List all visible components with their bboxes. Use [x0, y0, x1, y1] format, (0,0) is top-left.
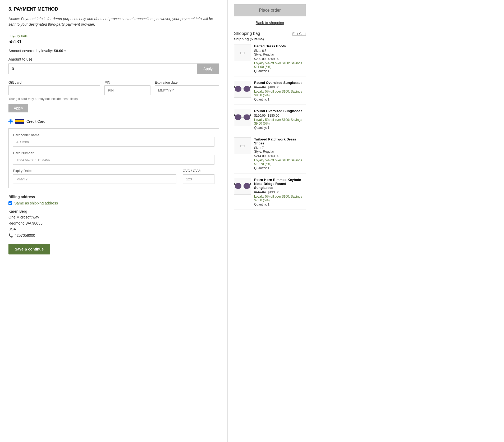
- item-name: Tailored Patchwork Dress Shoes: [254, 137, 306, 145]
- svg-rect-5: [235, 114, 241, 120]
- cart-item: Round Oversized Sunglasses $190.00 $180.…: [234, 109, 306, 133]
- svg-rect-1: [244, 86, 250, 92]
- cart-item: Round Oversized Sunglasses $190.00 $180.…: [234, 81, 306, 105]
- loyalty-label: Loyalty card: [8, 34, 219, 38]
- item-size: Size: 6.5: [254, 49, 306, 53]
- back-to-shopping-link[interactable]: Back to shopping: [256, 21, 284, 25]
- price-original: $190.00: [254, 114, 265, 117]
- shopping-bag-title: Shopping bag: [234, 31, 260, 36]
- loyalty-number: 55131: [8, 39, 219, 44]
- expiration-input[interactable]: [155, 85, 219, 95]
- svg-line-14: [250, 183, 251, 185]
- same-as-shipping-label: Same as shipping address: [14, 201, 58, 205]
- item-image: ▭: [234, 137, 251, 154]
- loyalty-card-section: Loyalty card 55131 Amount covered by loy…: [8, 34, 219, 74]
- amount-to-use-input[interactable]: [8, 63, 197, 74]
- save-continue-button[interactable]: Save & continue: [8, 244, 50, 254]
- svg-line-13: [234, 183, 235, 185]
- cart-item: Retro Horn Rimmed Keyhole Nose Bridge Ro…: [234, 178, 306, 210]
- cardholder-label: Cardholder name:: [13, 133, 40, 137]
- billing-phone: 4257058000: [15, 233, 35, 238]
- price-sale: $180.50: [268, 85, 279, 89]
- item-details: Retro Horn Rimmed Keyhole Nose Bridge Ro…: [254, 178, 306, 206]
- same-as-shipping-checkbox[interactable]: [8, 201, 12, 205]
- credit-card-radio[interactable]: [8, 119, 13, 124]
- sidebar: Place order Back to shopping Shopping ba…: [227, 0, 312, 442]
- svg-rect-0: [235, 86, 241, 92]
- cvv-input[interactable]: [183, 174, 214, 184]
- billing-address-line1: One Microsoft way: [8, 214, 219, 220]
- item-name: Round Oversized Sunglasses: [254, 81, 306, 85]
- credit-card-icon: [15, 119, 24, 124]
- edit-cart-link[interactable]: Edit Cart: [292, 32, 306, 36]
- amount-to-use-label: Amount to use: [8, 57, 219, 61]
- loyalty-apply-button[interactable]: Apply: [197, 63, 219, 74]
- card-number-input[interactable]: [13, 155, 214, 165]
- item-image: [234, 81, 251, 98]
- place-order-button[interactable]: Place order: [234, 4, 306, 16]
- gift-card-apply-button[interactable]: Apply: [8, 104, 28, 112]
- billing-address-line2: Redmond WA 98055: [8, 220, 219, 226]
- back-to-shopping: Back to shopping: [234, 21, 306, 25]
- expiry-label: Expiry Date:: [13, 169, 176, 173]
- expiration-label: Expiration date: [155, 80, 219, 84]
- item-qty: Quantity: 1: [254, 126, 306, 130]
- credit-card-label: Credit Card: [26, 119, 45, 124]
- gift-card-input[interactable]: [8, 85, 100, 95]
- price-sale: $203.30: [268, 154, 279, 158]
- pin-input[interactable]: [104, 85, 150, 95]
- amount-covered-dropdown[interactable]: ▾: [64, 49, 66, 53]
- price-row: $214.00 $203.30: [254, 154, 306, 158]
- price-sale: $133.00: [268, 190, 279, 194]
- price-original: $220.00: [254, 57, 265, 61]
- notice-text: Notice: Payment info is for demo purpose…: [8, 16, 219, 27]
- item-name: Retro Horn Rimmed Keyhole Nose Bridge Ro…: [254, 178, 306, 190]
- svg-rect-6: [244, 114, 250, 120]
- item-image: [234, 178, 251, 195]
- loyalty-savings: Loyalty 5% off over $100: Savings $7.00 …: [254, 195, 306, 202]
- billing-country: USA: [8, 226, 219, 232]
- card-number-label: Card Number:: [13, 151, 35, 155]
- price-original: $140.00: [254, 190, 265, 194]
- item-image: ▭: [234, 44, 251, 61]
- item-image: [234, 109, 251, 126]
- item-details: Belted Dress Boots Size: 6.5 Style: Regu…: [254, 44, 306, 73]
- cart-item: ▭ Tailored Patchwork Dress Shoes Size: 7…: [234, 137, 306, 174]
- amount-covered: Amount covered by loyalty: $0.00 ▾: [8, 49, 219, 53]
- image-placeholder-icon: ▭: [240, 142, 245, 149]
- shipping-label: Shipping (5 items): [234, 37, 306, 41]
- item-qty: Quantity: 1: [254, 69, 306, 73]
- price-sale: $209.00: [268, 57, 279, 61]
- price-row: $140.00 $133.00: [254, 190, 306, 194]
- billing-phone-row: 📞 4257058000: [8, 233, 219, 238]
- item-style: Style: Regular: [254, 53, 306, 56]
- item-qty: Quantity: 1: [254, 166, 306, 170]
- credit-card-form-scrollable[interactable]: Cardholder name: Card Number: Expiry Dat…: [9, 129, 219, 188]
- svg-line-8: [234, 114, 235, 116]
- cart-items-container: ▭ Belted Dress Boots Size: 6.5 Style: Re…: [234, 44, 306, 210]
- item-qty: Quantity: 1: [254, 98, 306, 101]
- expiry-input[interactable]: [13, 174, 176, 184]
- loyalty-savings: Loyalty 5% off over $100: Savings $11.00…: [254, 61, 306, 69]
- billing-address: Karen Berg One Microsoft way Redmond WA …: [8, 208, 219, 232]
- price-sale: $180.50: [268, 114, 279, 117]
- loyalty-savings: Loyalty 5% off over $100: Savings $9.50 …: [254, 90, 306, 97]
- cardholder-input[interactable]: [13, 137, 214, 147]
- price-row: $220.00 $209.00: [254, 57, 306, 61]
- item-details: Tailored Patchwork Dress Shoes Size: 7 S…: [254, 137, 306, 170]
- item-qty: Quantity: 1: [254, 203, 306, 206]
- item-size: Size: 7: [254, 146, 306, 150]
- cvv-label: CVC / CVV:: [183, 169, 214, 173]
- section-title: 3. PAYMENT METHOD: [8, 6, 219, 12]
- shopping-bag-header: Shopping bag Edit Cart: [234, 31, 306, 36]
- item-name: Belted Dress Boots: [254, 44, 306, 48]
- billing-name: Karen Berg: [8, 208, 219, 214]
- credit-card-form: Cardholder name: Card Number: Expiry Dat…: [8, 128, 219, 188]
- item-style: Style: Regular: [254, 150, 306, 153]
- price-row: $190.00 $180.50: [254, 114, 306, 117]
- billing-title: Billing address: [8, 195, 219, 199]
- pin-label: PIN: [104, 80, 150, 84]
- price-row: $190.00 $180.50: [254, 85, 306, 89]
- svg-rect-11: [244, 183, 250, 189]
- svg-line-9: [250, 114, 251, 116]
